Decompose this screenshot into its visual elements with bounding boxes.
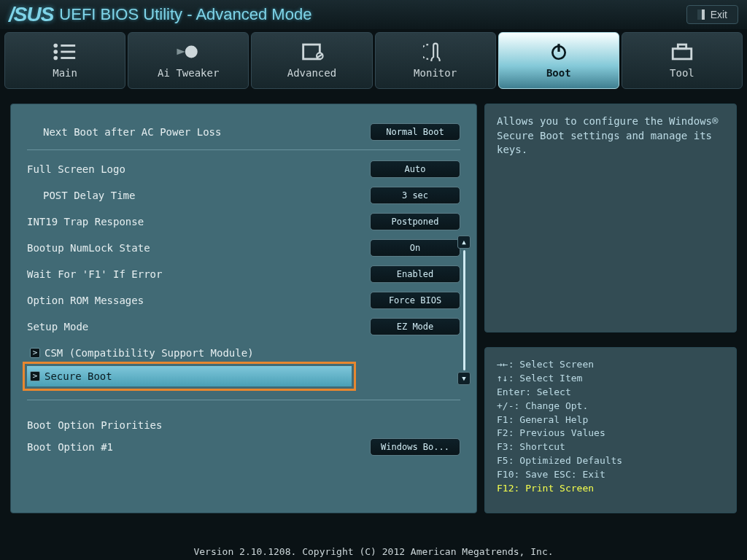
tab-main[interactable]: Main	[4, 32, 125, 89]
int19-dropdown[interactable]: Postponed	[370, 213, 460, 230]
exit-label: Exit	[711, 9, 727, 20]
svg-rect-3	[61, 51, 75, 53]
row-numlock[interactable]: Bootup NumLock State On	[27, 235, 460, 261]
key-change-opt: +/-: Change Opt.	[497, 400, 724, 413]
tab-boot[interactable]: Boot	[498, 32, 619, 89]
csm-label: CSM (Compatibility Support Module)	[44, 347, 254, 359]
tab-advanced-label: Advanced	[287, 67, 336, 79]
help-text: Allows you to configure the Windows® Sec…	[484, 104, 737, 332]
main-area: Next Boot after AC Power Loss Normal Boo…	[0, 89, 747, 519]
tab-monitor-label: Monitor	[414, 67, 457, 79]
svg-point-2	[53, 50, 58, 54]
row-next-boot[interactable]: Next Boot after AC Power Loss Normal Boo…	[27, 119, 460, 145]
chevron-right-icon: >	[30, 348, 40, 358]
page-title: UEFI BIOS Utility - Advanced Mode	[59, 5, 311, 24]
post-delay-dropdown[interactable]: 3 sec	[370, 187, 460, 204]
tab-bar: Main Ai Tweaker Advanced Monitor Boot To…	[0, 29, 747, 89]
boot-priorities-title: Boot Option Priorities	[27, 419, 460, 431]
svg-point-4	[53, 56, 58, 61]
setup-mode-label: Setup Mode	[27, 321, 370, 332]
power-icon	[546, 42, 571, 61]
tab-advanced[interactable]: Advanced	[251, 32, 372, 89]
scrollbar[interactable]: ▲ ▼	[457, 236, 471, 385]
full-screen-logo-dropdown[interactable]: Auto	[370, 160, 460, 178]
submenu-secure-boot[interactable]: > Secure Boot	[27, 366, 352, 386]
scroll-up-button[interactable]: ▲	[457, 236, 471, 249]
key-select-screen: →←: Select Screen	[497, 358, 724, 372]
scroll-down-button[interactable]: ▼	[457, 372, 471, 385]
boot-option-1-dropdown[interactable]: Windows Bo...	[370, 438, 460, 456]
wait-f1-label: Wait For 'F1' If Error	[27, 268, 370, 280]
boot-option-1-label: Boot Option #1	[27, 441, 370, 453]
next-boot-dropdown[interactable]: Normal Boot	[370, 123, 460, 141]
next-boot-label: Next Boot after AC Power Loss	[27, 126, 370, 138]
svg-rect-13	[678, 44, 686, 49]
numlock-label: Bootup NumLock State	[27, 242, 370, 254]
svg-point-0	[53, 44, 58, 48]
row-int19[interactable]: INT19 Trap Response Postponed	[27, 209, 460, 235]
option-rom-label: Option ROM Messages	[27, 295, 370, 306]
row-full-screen-logo[interactable]: Full Screen Logo Auto	[27, 156, 460, 182]
tab-boot-label: Boot	[546, 67, 571, 79]
separator	[27, 149, 460, 150]
svg-rect-12	[673, 49, 692, 59]
tab-tweaker[interactable]: Ai Tweaker	[128, 32, 249, 89]
int19-label: INT19 Trap Response	[27, 216, 370, 228]
tab-main-label: Main	[53, 67, 77, 79]
key-select-item: ↑↓: Select Item	[497, 372, 724, 386]
key-shortcut: F3: Shortcut	[497, 440, 724, 454]
key-previous-values: F2: Previous Values	[497, 427, 724, 440]
tab-monitor[interactable]: Monitor	[375, 32, 496, 89]
right-panel: Allows you to configure the Windows® Sec…	[484, 104, 737, 513]
submenu-csm[interactable]: > CSM (Compatibility Support Module)	[27, 343, 460, 363]
thermometer-icon	[423, 42, 448, 61]
list-icon	[53, 42, 77, 61]
option-rom-dropdown[interactable]: Force BIOS	[370, 292, 460, 309]
brand-logo: /SUS	[9, 3, 53, 26]
key-optimized-defaults: F5: Optimized Defaults	[497, 454, 724, 468]
speed-icon	[176, 42, 201, 61]
scroll-track[interactable]	[463, 250, 465, 370]
toolbox-icon	[670, 42, 694, 61]
row-wait-f1[interactable]: Wait For 'F1' If Error Enabled	[27, 261, 460, 287]
tab-tweaker-label: Ai Tweaker	[158, 67, 219, 79]
separator	[27, 400, 460, 400]
full-screen-logo-label: Full Screen Logo	[27, 163, 370, 175]
key-legend: →←: Select Screen ↑↓: Select Item Enter:…	[484, 347, 737, 513]
row-setup-mode[interactable]: Setup Mode EZ Mode	[27, 314, 460, 340]
svg-rect-5	[61, 57, 75, 59]
row-option-rom[interactable]: Option ROM Messages Force BIOS	[27, 287, 460, 314]
chip-icon	[299, 42, 324, 61]
numlock-dropdown[interactable]: On	[370, 239, 460, 257]
exit-door-icon	[697, 9, 705, 20]
tab-tool[interactable]: Tool	[622, 32, 743, 89]
footer-copyright: Version 2.10.1208. Copyright (C) 2012 Am…	[0, 546, 747, 557]
key-general-help: F1: General Help	[497, 413, 724, 427]
setup-mode-dropdown[interactable]: EZ Mode	[370, 318, 460, 335]
key-save-exit: F10: Save ESC: Exit	[497, 468, 724, 482]
row-boot-option-1[interactable]: Boot Option #1 Windows Bo...	[27, 434, 460, 460]
exit-button[interactable]: Exit	[686, 5, 738, 24]
settings-panel: Next Boot after AC Power Loss Normal Boo…	[10, 104, 477, 513]
header-bar: /SUS UEFI BIOS Utility - Advanced Mode E…	[0, 0, 747, 29]
svg-rect-1	[61, 44, 75, 47]
secure-boot-label: Secure Boot	[44, 370, 112, 382]
tab-tool-label: Tool	[670, 67, 694, 79]
row-post-delay[interactable]: POST Delay Time 3 sec	[27, 182, 460, 209]
wait-f1-dropdown[interactable]: Enabled	[370, 265, 460, 283]
key-print-screen: F12: Print Screen	[497, 482, 724, 496]
key-enter: Enter: Select	[497, 386, 724, 400]
svg-point-6	[185, 46, 198, 58]
post-delay-label: POST Delay Time	[27, 190, 370, 201]
chevron-right-icon: >	[30, 371, 40, 381]
